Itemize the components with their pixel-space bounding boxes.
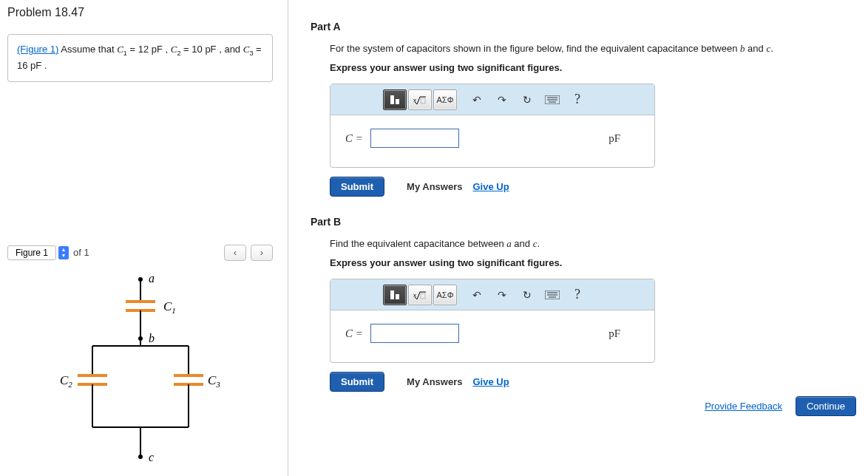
svg-text:C3: C3 [208,373,220,389]
part-a-my-answers[interactable]: My Answers [407,181,462,192]
help-icon[interactable]: ? [569,288,586,302]
greek-button[interactable]: ΑΣΦ [433,89,457,110]
node-a-label: a [149,272,155,285]
radical-icon[interactable]: x [408,285,432,305]
spinner-up-icon: ▲ [59,247,68,253]
svg-rect-26 [421,98,425,103]
continue-button[interactable]: Continue [796,396,856,416]
part-a-input[interactable] [370,129,459,148]
part-b-unit: pF [608,327,620,340]
svg-text:C2: C2 [60,373,72,389]
svg-point-17 [138,277,143,282]
part-b-my-answers[interactable]: My Answers [407,376,462,387]
part-a-sub: Express your answer using two significan… [330,62,861,73]
part-b-input[interactable] [370,324,459,343]
figure-prev-button[interactable]: ‹ [224,245,246,261]
node-b-label: b [149,332,155,344]
keyboard-icon[interactable] [544,92,560,107]
part-a-unit: pF [608,132,620,145]
node-c-label: c [149,451,154,463]
part-a-actions: Submit My Answers Give Up [330,177,861,197]
radical-icon[interactable]: x [408,89,432,110]
part-b-eq-label: C = [345,327,363,340]
reset-icon[interactable]: ↻ [519,92,535,107]
feedback-link[interactable]: Provide Feedback [705,401,782,412]
part-b-submit-button[interactable]: Submit [330,372,384,392]
part-a-answer-box: x ΑΣΦ ↶ ↷ ↻ ? C = pF [330,84,655,168]
part-a-giveup[interactable]: Give Up [472,181,509,192]
svg-rect-32 [396,294,399,299]
svg-rect-31 [390,290,394,299]
problem-statement: (Figure 1) Assume that C1 = 12 pF , C2 =… [7,34,273,82]
part-b-actions: Submit My Answers Give Up [330,372,861,392]
part-a-eq-label: C = [345,132,363,145]
spinner-down-icon: ▼ [59,253,68,259]
part-a-instructions: For the system of capacitors shown in th… [330,43,861,55]
svg-rect-24 [396,99,399,104]
svg-rect-23 [390,95,394,104]
svg-text:C1: C1 [163,299,176,315]
part-b-instructions: Find the equivalent capacitance between … [330,238,861,250]
figure-tabs: Figure 1 ▲ ▼ of 1 ‹ › [7,245,273,261]
footer-row: Provide Feedback Continue [705,396,856,416]
figure-of-text: of 1 [73,247,89,258]
part-b-giveup[interactable]: Give Up [472,376,509,387]
figure-next-button[interactable]: › [251,245,273,261]
part-a-equation-row: C = pF [330,115,654,161]
figure-tab-button[interactable]: Figure 1 [7,245,56,260]
part-b-sub: Express your answer using two significan… [330,257,861,268]
redo-icon[interactable]: ↷ [494,288,510,302]
reset-icon[interactable]: ↻ [519,288,535,302]
problem-title: Problem 18.47 [7,6,280,19]
figure-spinner[interactable]: ▲ ▼ [58,246,69,259]
greek-button[interactable]: ΑΣΦ [433,285,457,305]
figure-link[interactable]: (Figure 1) [17,44,58,55]
part-b-toolbar: x ΑΣΦ ↶ ↷ ↻ ? [330,279,654,310]
right-panel: Part A For the system of capacitors show… [288,0,868,476]
help-icon[interactable]: ? [569,92,586,107]
part-b-heading: Part B [311,216,861,228]
svg-rect-34 [421,293,425,299]
keyboard-icon[interactable] [544,288,560,302]
figure-panel: Figure 1 ▲ ▼ of 1 ‹ › [7,245,273,476]
template-icon[interactable] [383,285,407,305]
figure-diagram: a b c C1 C2 C3 [7,268,273,476]
left-panel: Problem 18.47 (Figure 1) Assume that C1 … [0,0,288,476]
svg-point-18 [138,336,143,341]
part-b-equation-row: C = pF [330,310,654,356]
part-a-toolbar: x ΑΣΦ ↶ ↷ ↻ ? [330,84,654,115]
part-a-submit-button[interactable]: Submit [330,177,384,197]
template-icon[interactable] [383,89,407,110]
undo-icon[interactable]: ↶ [469,288,485,302]
undo-icon[interactable]: ↶ [469,92,485,107]
svg-point-19 [138,455,143,459]
part-b-answer-box: x ΑΣΦ ↶ ↷ ↻ ? C = pF [330,279,655,363]
part-a-heading: Part A [311,21,861,33]
redo-icon[interactable]: ↷ [494,92,510,107]
